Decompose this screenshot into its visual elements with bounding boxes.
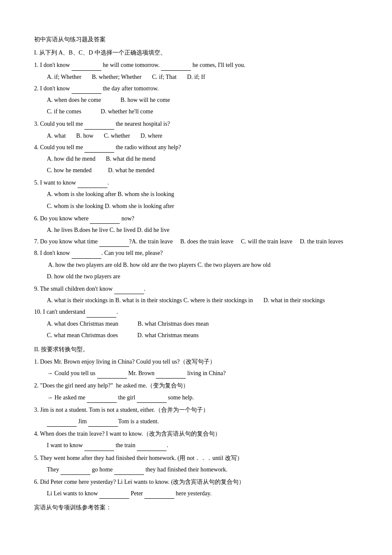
q4-options-b: C. how he mended D. what he mended [47, 165, 366, 176]
question-10: 10. I can't understand . [34, 306, 366, 317]
section2-header: II. 按要求转换句型。 [34, 344, 366, 355]
transform-a4: I want to know the train . [47, 440, 366, 451]
q10-options-a: A. what does Christmas mean B. what Chri… [47, 318, 366, 329]
section1-header: I. 从下列 A、B、C、D 中选择一个正确选项填空。 [34, 47, 366, 58]
question-6: 6. Do you know where now? [34, 213, 366, 224]
question-8: 8. I don't know . Can you tell me, pleas… [34, 248, 366, 258]
q1-options: A. if; Whether B. whether; Whether C. if… [47, 72, 366, 82]
question-3: 3. Could you tell me the nearest hospita… [34, 119, 366, 129]
q8-options-a: A. how the two players are old B. how ol… [47, 260, 366, 270]
question-1: 1. I don't know he will come tomorrow. h… [34, 60, 366, 70]
transform-q6: 6. Did Peter come here yesterday? Li Lei… [34, 477, 366, 487]
q5-options-a: A. whom is she looking after B. whom she… [47, 189, 366, 199]
question-7: 7. Do you know what time ?A. the train l… [34, 236, 366, 247]
q4-options-a: A. how did he mend B. what did he mend [47, 153, 366, 164]
transform-a5: They go home they had finished their hom… [47, 464, 366, 475]
transform-a6: Li Lei wants to know Peter here yesterda… [47, 488, 366, 499]
question-2: 2. I don't know the day after tomorrow. [34, 83, 366, 94]
q5-options-b: C. whom is she looking D. whom she is lo… [47, 201, 366, 211]
q6-options: A. he lives B.does he live C. he lived D… [47, 225, 366, 235]
question-9: 9. The small children don't know . [34, 283, 366, 294]
q2-options-a: A. when does he come B. how will he come [47, 95, 366, 105]
q9-options: A. what is their stockings in B. what is… [47, 295, 366, 306]
transform-q2: 2. "Does the girl need any help?" he ask… [34, 380, 366, 391]
transform-a3: Jim Tom is a student. [47, 416, 366, 427]
transform-q5: 5. They went home after they had finishe… [34, 453, 366, 463]
transform-q4: 4. When does the train leave? I want to … [34, 428, 366, 439]
q3-options: A. what B. how C. whether D. where [47, 130, 366, 141]
transform-a2: →He asked me the girl some help. [47, 392, 366, 403]
transform-q1: 1. Does Mr. Brown enjoy living in China?… [34, 356, 366, 367]
transform-q3: 3. Jim is not a student. Tom is not a st… [34, 405, 366, 415]
q2-options-b: C. if he comes D. whether he'll come [47, 106, 366, 117]
footer-title: 宾语从句专项训练参考答案： [34, 502, 366, 513]
q8-options-b: D. how old the two players are [47, 271, 366, 282]
question-4: 4. Could you tell me the radio without a… [34, 142, 366, 153]
q10-options-b: C. what mean Christmas does D. what Chri… [47, 330, 366, 341]
question-5: 5. I want to know . [34, 177, 366, 188]
page-title: 初中宾语从句练习题及答案 [34, 34, 366, 45]
transform-a1: →Could you tell us Mr. Brown living in C… [47, 368, 366, 379]
